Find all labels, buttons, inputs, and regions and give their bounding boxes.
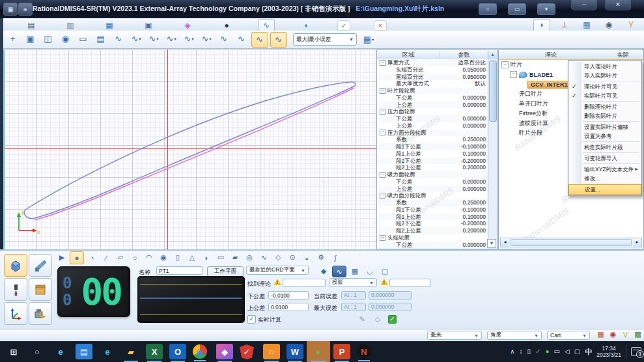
- units-combo[interactable]: 毫米▼: [427, 331, 482, 340]
- torus-tool-icon[interactable]: ◒: [300, 252, 313, 264]
- upper-tolerance-input[interactable]: [268, 303, 309, 311]
- scroll-left-icon[interactable]: ◄: [501, 238, 509, 247]
- menu-item[interactable]: 导入实际叶片: [568, 71, 641, 80]
- yr-axis-icon[interactable]: Y: [623, 19, 639, 30]
- edge-icon[interactable]: e: [99, 344, 116, 359]
- slot-tool-icon[interactable]: ▭: [214, 252, 227, 264]
- gear-tool-icon[interactable]: ⚙: [315, 252, 328, 264]
- ime-indicator[interactable]: 中: [585, 348, 592, 355]
- display-panel-icon[interactable]: ▤: [93, 32, 109, 46]
- tab-cancel-icon[interactable]: ×: [374, 20, 387, 31]
- param-row[interactable]: − 吸力面轮廓: [377, 171, 488, 178]
- fixture-button[interactable]: [29, 278, 52, 301]
- menu-item[interactable]: 设置...: [569, 185, 641, 194]
- collapse-icon[interactable]: −: [380, 130, 385, 135]
- menu-item[interactable]: 删除实际叶片: [568, 111, 641, 120]
- collapse-icon[interactable]: −: [380, 193, 385, 199]
- collapse-icon[interactable]: −: [380, 88, 385, 94]
- param-row[interactable]: − 上公差 0.000000: [377, 122, 488, 130]
- machine-setup-button[interactable]: [29, 302, 52, 325]
- param-scrollbar[interactable]: [488, 59, 497, 249]
- status-stop-icon[interactable]: ◉: [608, 329, 618, 339]
- minimize-button[interactable]: ─: [571, 0, 597, 10]
- param-row[interactable]: − 段1上公差 0.100000: [377, 214, 488, 221]
- tray-wechat-icon[interactable]: ●: [546, 348, 550, 355]
- probe-mode-icon[interactable]: ▶: [55, 252, 68, 264]
- param-row[interactable]: − 最大厚度方式 默认: [377, 80, 488, 87]
- feature-name-input[interactable]: [156, 266, 203, 275]
- param-row[interactable]: − 吸力面分段轮廓: [377, 192, 488, 199]
- remote-icon[interactable]: ⌗: [479, 3, 497, 15]
- magnet-curve-icon[interactable]: ◡: [363, 266, 376, 276]
- tree-expander-icon[interactable]: −: [501, 61, 509, 68]
- tray-network-icon[interactable]: ↕: [520, 348, 523, 355]
- param-row[interactable]: − 系数 0.250000: [377, 199, 488, 206]
- caliper-button[interactable]: [29, 254, 52, 277]
- sphere-tool-icon[interactable]: ◉: [157, 252, 170, 264]
- blade-edit-icon[interactable]: ∿: [251, 32, 268, 48]
- start-button[interactable]: ⊞: [5, 344, 22, 359]
- param-scrollbar-thumb[interactable]: [489, 61, 497, 122]
- file-explorer-icon[interactable]: ▰: [122, 344, 139, 359]
- collapse-icon[interactable]: −: [380, 172, 385, 178]
- hand-pan-icon[interactable]: ◫: [40, 32, 56, 46]
- view-eye-icon[interactable]: ◉: [58, 32, 74, 46]
- blade-fit-icon[interactable]: ∿: [216, 32, 232, 46]
- scroll-down-icon[interactable]: ▼: [487, 239, 496, 248]
- collapse-icon[interactable]: −: [380, 235, 385, 241]
- param-row[interactable]: − 叶片段轮廓: [377, 87, 488, 94]
- word-icon[interactable]: W: [287, 344, 303, 359]
- tab-blade-icon[interactable]: ∿: [258, 19, 275, 31]
- menu-item[interactable]: 设置实际叶片偏移: [568, 122, 641, 132]
- coordinate-button[interactable]: [4, 302, 27, 325]
- collapse-icon[interactable]: −: [380, 109, 385, 115]
- graphics-viewport[interactable]: y x: [3, 49, 377, 249]
- point-tool-icon[interactable]: ●: [70, 251, 84, 264]
- param-row[interactable]: − 尾端百分比 0.950000: [377, 74, 488, 81]
- blade-display-icon[interactable]: ▦▾: [361, 33, 376, 47]
- powerpoint-icon[interactable]: P: [333, 344, 350, 359]
- notification-icon[interactable]: 1: [631, 347, 641, 356]
- alignment-icon[interactable]: ⊥: [557, 19, 572, 30]
- circle-tool-icon[interactable]: ○: [128, 252, 141, 264]
- realtime-checkbox[interactable]: ✓: [247, 315, 256, 324]
- tab-document-icon[interactable]: ▥: [63, 20, 78, 31]
- blade-evaluate-icon[interactable]: ∿▾: [181, 32, 197, 46]
- select-box-icon[interactable]: ▭: [76, 32, 91, 46]
- cylinder-tool-icon[interactable]: ▯: [171, 252, 184, 264]
- menu-item[interactable]: 设置为参考: [568, 132, 641, 141]
- zoom-window-icon[interactable]: ▣: [23, 32, 38, 46]
- blade-compare-icon[interactable]: ∿: [234, 32, 249, 46]
- plane-solver-combo[interactable]: 最靠近的CRD平面▼: [246, 266, 309, 275]
- projection-value-input[interactable]: [389, 279, 431, 287]
- probe-button[interactable]: [4, 278, 27, 301]
- graph-view-icon[interactable]: ∿: [332, 266, 346, 277]
- outlook-icon[interactable]: O: [169, 344, 186, 359]
- chrome-icon[interactable]: ◉: [193, 344, 207, 359]
- param-row[interactable]: − 头端轮廓: [377, 234, 488, 242]
- param-row[interactable]: − 段1下公差 -0.100000: [377, 206, 488, 214]
- ellipse-tool-icon[interactable]: ◗: [200, 252, 213, 264]
- tab-ink-icon[interactable]: ●: [219, 20, 234, 31]
- probe-pair-icon[interactable]: ◆: [317, 266, 330, 276]
- collapse-icon[interactable]: −: [380, 60, 385, 66]
- projection-combo[interactable]: 投影▼: [329, 278, 377, 287]
- probe-result-icon[interactable]: ◇: [371, 314, 384, 324]
- tree-expander-icon[interactable]: −: [510, 71, 517, 78]
- close-button[interactable]: ✕: [605, 0, 631, 10]
- parallel-planes-icon[interactable]: ▰: [229, 252, 242, 264]
- param-row[interactable]: − 上公差 0.000000: [377, 102, 488, 109]
- tab-layers-icon[interactable]: ▣: [141, 20, 156, 31]
- param-row[interactable]: − 下公差 0.000000: [377, 115, 488, 122]
- param-row[interactable]: − 下公差 0.000000: [377, 178, 488, 186]
- param-row[interactable]: − 压力面轮廓: [377, 108, 488, 115]
- workplane-button[interactable]: 工作平面: [207, 266, 244, 277]
- status-window-icon[interactable]: ▦: [596, 329, 606, 339]
- doc-search-icon[interactable]: ○: [263, 344, 280, 359]
- cone-tool-icon[interactable]: △: [186, 252, 199, 264]
- menu-item[interactable]: ✓ 实际叶片可见: [568, 91, 641, 100]
- camera-icon[interactable]: ◉: [601, 19, 617, 30]
- blade-draw-icon[interactable]: ∿: [270, 32, 287, 48]
- menu-item[interactable]: ✓ 理论叶片可见: [568, 82, 641, 91]
- status-v-icon[interactable]: V: [621, 329, 630, 339]
